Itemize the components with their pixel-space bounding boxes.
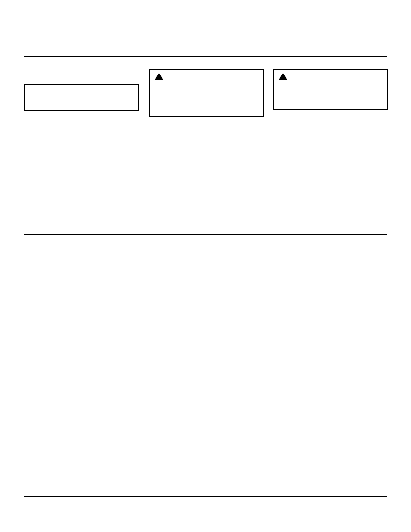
section-b-col2 [149,170,263,217]
section-c-col2: Survey the area before mowing. Do not mo… [149,254,263,288]
section-c: MOWING SLOPES Slopes are a major factor … [24,243,387,288]
section-c-col1: Slopes are a major factor in loss-of-con… [24,254,138,288]
rule-bottom [24,496,387,497]
warning-box-1: WARNING Never operate the unit if the br… [149,69,264,117]
note-box-text: Always check brake operation at the star… [25,85,138,104]
section-b-col1: Use extreme caution when loading the uni… [24,170,138,217]
svg-rect-3 [283,78,283,79]
section-d-title: FUEL HANDLING [24,352,387,359]
note-box: Always check brake operation at the star… [24,84,139,111]
divider-label: EXTREME OPERATION [24,136,90,144]
section-b-title: LOADING AND TRANSPORTING [24,159,387,166]
section-b: LOADING AND TRANSPORTING Use extreme cau… [24,159,387,217]
document-page: Safety BRAKES Always check brake operati… [0,0,411,532]
svg-rect-0 [159,75,159,77]
section-d: FUEL HANDLING Fuel is flammable and its … [24,352,387,396]
rule-2 [24,150,387,150]
section-d-col1: Fuel is flammable and its vapors are exp… [24,363,138,396]
section-c-col3: Avoid starting or stopping on a slope. I… [273,254,387,288]
rule-3 [24,234,387,235]
footer-right: Operator Manual [348,501,387,508]
warning-box-2-label: WARNING [290,72,315,79]
section-d-col2: Never refuel or drain the machine indoor… [149,363,263,396]
section-d-col3: If fuel is spilled, do not attempt to st… [273,363,387,396]
section-a-title: BRAKES [24,69,50,77]
warning-icon [154,72,164,80]
section-c-title: MOWING SLOPES [24,243,387,251]
running-head: Safety [369,41,387,49]
rule-top [24,56,387,57]
svg-rect-1 [159,78,159,79]
warning-icon [278,72,288,80]
rule-4 [24,343,387,343]
page-number: 4 [24,501,27,508]
warning-box-1-label: WARNING [166,72,191,79]
section-b-col3 [273,170,387,217]
warning-box-2: WARNING Never operate the unit unless th… [273,69,388,110]
svg-rect-2 [283,75,283,77]
